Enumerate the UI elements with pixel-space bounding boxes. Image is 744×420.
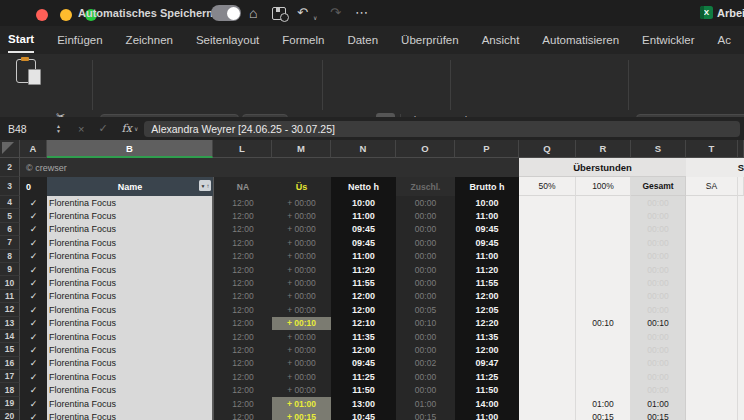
cell-zuschl[interactable]: 00:05 <box>396 303 455 316</box>
cell-name[interactable]: Florentina Focus <box>47 209 213 222</box>
cell-100[interactable] <box>576 276 631 289</box>
header-100[interactable]: 100% <box>576 177 631 196</box>
cell-zuschl[interactable]: 00:00 <box>396 276 455 289</box>
cell-gesamt[interactable]: 00:00 <box>631 330 686 343</box>
undo-chevron-icon[interactable]: ∨ <box>313 8 317 28</box>
formula-input[interactable]: Alexandra Weyrer [24.06.25 - 30.07.25] <box>144 121 740 137</box>
select-all-corner[interactable] <box>0 140 20 158</box>
cell-100[interactable] <box>576 330 631 343</box>
cell-ues[interactable]: + 00:00 <box>272 196 331 209</box>
tab-start[interactable]: Start <box>8 27 34 53</box>
cell-check[interactable]: ✓ <box>20 209 47 222</box>
autosave-toggle[interactable] <box>211 5 241 21</box>
cell-zuschl[interactable]: 00:15 <box>396 410 455 420</box>
cell-zuschl[interactable]: 00:00 <box>396 343 455 356</box>
cell-100[interactable] <box>576 263 631 276</box>
cell-100[interactable] <box>576 250 631 263</box>
cell-100[interactable] <box>576 357 631 370</box>
cell-ues[interactable]: + 00:00 <box>272 236 331 249</box>
cell-na[interactable]: 12:00 <box>213 410 272 420</box>
cell-netto[interactable]: 09:45 <box>331 223 396 236</box>
cell-name[interactable]: Florentina Focus <box>47 263 213 276</box>
cell-sa[interactable] <box>686 343 738 356</box>
row-number[interactable]: 10 <box>0 276 20 289</box>
cell-name[interactable]: Florentina Focus <box>47 357 213 370</box>
cell-50[interactable] <box>519 357 576 370</box>
cell-na[interactable]: 12:00 <box>213 236 272 249</box>
column-header-O[interactable]: O <box>396 140 455 158</box>
save-icon[interactable] <box>272 7 286 20</box>
cell-check[interactable]: ✓ <box>20 276 47 289</box>
cell-sa[interactable] <box>686 250 738 263</box>
home-icon[interactable]: ⌂ <box>249 3 257 23</box>
cell-check[interactable]: ✓ <box>20 303 47 316</box>
cell-ues[interactable]: + 00:00 <box>272 383 331 396</box>
cell-ues[interactable]: + 00:00 <box>272 250 331 263</box>
overtime-group-header[interactable]: Überstunden <box>519 158 686 177</box>
row-number[interactable]: 15 <box>0 343 20 356</box>
tab-entwickler[interactable]: Entwickler <box>642 28 694 52</box>
cell-50[interactable] <box>519 223 576 236</box>
cell-50[interactable] <box>519 397 576 410</box>
cell-brutto[interactable]: 09:45 <box>455 236 519 249</box>
cell-sa[interactable] <box>686 330 738 343</box>
minimize-window-button[interactable] <box>60 9 72 21</box>
cell-ues[interactable]: + 00:00 <box>272 209 331 222</box>
cell-sa[interactable] <box>686 410 738 420</box>
cell-zuschl[interactable]: 00:00 <box>396 236 455 249</box>
cell-brutto[interactable]: 12:05 <box>455 303 519 316</box>
cell-netto[interactable]: 12:00 <box>331 290 396 303</box>
cell-ues[interactable]: + 01:00 <box>272 397 331 410</box>
cell-50[interactable] <box>519 317 576 330</box>
cell-sa[interactable] <box>686 276 738 289</box>
filter-sort-icon[interactable]: ▼↑ <box>199 180 211 191</box>
cell-ues[interactable]: + 00:00 <box>272 290 331 303</box>
cell-na[interactable]: 12:00 <box>213 343 272 356</box>
name-box-stepper[interactable]: ▲▼ <box>56 124 61 134</box>
cell-check[interactable]: ✓ <box>20 397 47 410</box>
row-number[interactable]: 16 <box>0 357 20 370</box>
column-header-L[interactable]: L <box>213 140 272 158</box>
cell-50[interactable] <box>519 290 576 303</box>
cell-netto[interactable]: 12:10 <box>331 317 396 330</box>
cell-brutto[interactable]: 11:35 <box>455 330 519 343</box>
cell-name[interactable]: Florentina Focus <box>47 370 213 383</box>
cell-sa[interactable] <box>686 383 738 396</box>
confirm-entry-icon[interactable]: ✓ <box>98 122 107 135</box>
column-header-A[interactable]: A <box>20 140 47 158</box>
cell-na[interactable]: 12:00 <box>213 317 272 330</box>
cell-zuschl[interactable]: 00:00 <box>396 196 455 209</box>
header-na[interactable]: NA <box>213 177 272 196</box>
cell-gesamt[interactable]: 00:00 <box>631 303 686 316</box>
cell-check[interactable]: ✓ <box>20 250 47 263</box>
cell-ues[interactable]: + 00:00 <box>272 303 331 316</box>
tab-seitenlayout[interactable]: Seitenlayout <box>196 28 259 52</box>
cancel-entry-icon[interactable]: × <box>78 123 84 135</box>
cell-zuschl[interactable]: 00:00 <box>396 370 455 383</box>
cell-ues[interactable]: + 00:00 <box>272 263 331 276</box>
column-header-T[interactable]: T <box>686 140 738 158</box>
column-header-S[interactable]: S <box>631 140 686 158</box>
cell-50[interactable] <box>519 330 576 343</box>
column-header-Q[interactable]: Q <box>519 140 576 158</box>
cell-check[interactable]: ✓ <box>20 343 47 356</box>
cell-100[interactable] <box>576 223 631 236</box>
cell-brutto[interactable]: 11:00 <box>455 250 519 263</box>
cell-name[interactable]: Florentina Focus <box>47 303 213 316</box>
cell-ues[interactable]: + 00:00 <box>272 343 331 356</box>
cell-brutto[interactable]: 11:00 <box>455 209 519 222</box>
cell-gesamt[interactable]: 00:00 <box>631 276 686 289</box>
cell-zuschl[interactable]: 00:00 <box>396 209 455 222</box>
cell-sa[interactable] <box>686 236 738 249</box>
name-box[interactable]: B48 <box>0 123 56 135</box>
cell-check[interactable]: ✓ <box>20 383 47 396</box>
cell-name[interactable]: Florentina Focus <box>47 317 213 330</box>
cell-gesamt[interactable]: 00:00 <box>631 196 686 209</box>
cell-50[interactable] <box>519 263 576 276</box>
cell-empty[interactable] <box>272 158 331 177</box>
row-number[interactable]: 9 <box>0 263 20 276</box>
cell-check[interactable]: ✓ <box>20 410 47 420</box>
cell-sa[interactable] <box>686 303 738 316</box>
cell-check[interactable]: ✓ <box>20 357 47 370</box>
cell-gesamt[interactable]: 00:00 <box>631 290 686 303</box>
